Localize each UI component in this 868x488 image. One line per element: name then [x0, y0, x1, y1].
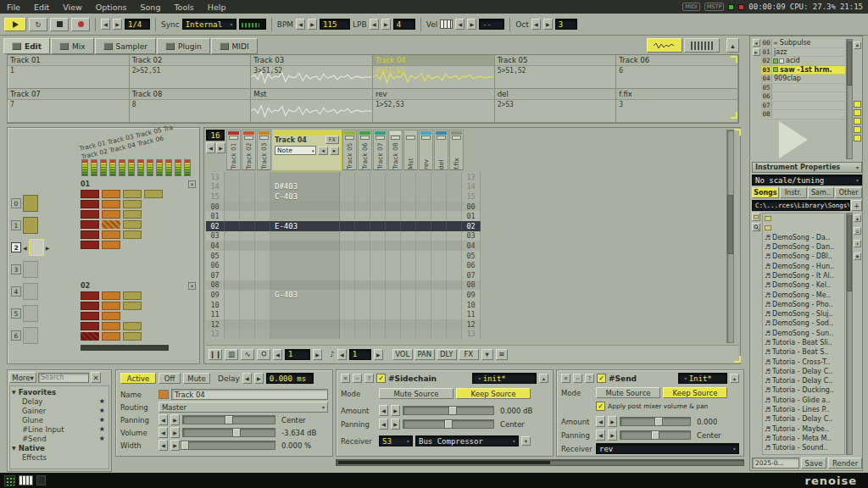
- matrix-block[interactable]: [123, 241, 142, 249]
- note-cell-track04[interactable]: [270, 280, 340, 291]
- pan-inc-button[interactable]: ▶: [608, 430, 617, 441]
- matrix-block[interactable]: [81, 210, 99, 219]
- instrument-prev-button[interactable]: ◂: [753, 39, 760, 47]
- pattern-cell[interactable]: [431, 330, 447, 340]
- pattern-cell[interactable]: [225, 330, 240, 340]
- pattern-cell[interactable]: [386, 172, 401, 182]
- pattern-row-10[interactable]: 1010: [206, 300, 481, 310]
- column-toggle-pan[interactable]: PAN: [415, 349, 435, 360]
- mute-source-button[interactable]: Mute Source: [596, 387, 660, 398]
- pattern-cell[interactable]: [401, 231, 416, 241]
- collapse-instrument-list-button[interactable]: ▴: [854, 42, 861, 49]
- track-mute-button[interactable]: [452, 136, 461, 140]
- pattern-cell[interactable]: [416, 330, 431, 340]
- pattern-cell[interactable]: [225, 202, 240, 212]
- clear-search-button[interactable]: ✕: [91, 372, 101, 383]
- pattern-cell[interactable]: [370, 241, 386, 251]
- matrix-block[interactable]: [102, 241, 120, 249]
- home-icon-button[interactable]: ⌂: [854, 227, 861, 235]
- pattern-cell[interactable]: [401, 251, 416, 261]
- pattern-cell[interactable]: [386, 300, 401, 310]
- path-select[interactable]: C:\...rces\Library\Songs\▾: [752, 200, 850, 211]
- track-mute-button[interactable]: [345, 136, 354, 140]
- pattern-cell[interactable]: [255, 330, 270, 340]
- routing-select[interactable]: Master▾: [159, 402, 328, 413]
- column-add-button[interactable]: ▸: [330, 147, 339, 155]
- menu-item-song[interactable]: Song: [134, 0, 168, 14]
- track-header-f-fix[interactable]: f.fix: [449, 130, 464, 170]
- pattern-cell[interactable]: [240, 172, 255, 182]
- matrix-block[interactable]: [81, 322, 99, 330]
- instrument-row-06[interactable]: 06: [761, 92, 845, 102]
- pattern-cell[interactable]: [225, 251, 240, 261]
- pattern-cell[interactable]: [225, 319, 240, 330]
- pause-follow-button[interactable]: ❙❙: [209, 349, 222, 360]
- pattern-cell[interactable]: [340, 319, 355, 330]
- menu-item-edit[interactable]: Edit: [27, 0, 56, 14]
- note-cell-track04[interactable]: [270, 251, 340, 261]
- filename-input[interactable]: 2025-0...: [752, 458, 799, 469]
- pattern-cell[interactable]: [255, 221, 270, 231]
- pattern-next-button[interactable]: ▶: [216, 142, 225, 153]
- pattern-cell[interactable]: [386, 211, 401, 221]
- pattern-cell[interactable]: [416, 202, 431, 212]
- file-row[interactable]: ♬DemoSong - Pho..: [763, 300, 844, 309]
- keep-source-button[interactable]: Keep Source: [456, 388, 531, 399]
- zoom-dec-button[interactable]: ◀: [273, 349, 282, 360]
- pad-grid-icon[interactable]: [4, 475, 15, 486]
- pattern-cell[interactable]: [340, 251, 355, 261]
- pattern-cell[interactable]: [340, 270, 355, 280]
- pattern-cell[interactable]: [401, 260, 416, 270]
- pattern-cell[interactable]: [225, 300, 240, 310]
- track-scope-mst[interactable]: Mst: [251, 89, 373, 123]
- pattern-row-01[interactable]: 0101: [206, 211, 481, 221]
- sequence-number[interactable]: 3: [11, 264, 21, 274]
- pattern-cell[interactable]: [386, 330, 401, 340]
- pattern-cell[interactable]: [416, 300, 431, 310]
- pattern-cell[interactable]: [240, 191, 255, 202]
- pattern-cell[interactable]: [370, 309, 386, 319]
- menu-item-options[interactable]: Options: [89, 0, 134, 14]
- pattern-cell[interactable]: [386, 251, 401, 261]
- pattern-cell[interactable]: [401, 300, 416, 310]
- pattern-cell[interactable]: [447, 280, 462, 291]
- pattern-cell[interactable]: [431, 280, 447, 291]
- step-inc-button[interactable]: ▶: [374, 349, 383, 360]
- pattern-cell[interactable]: [386, 260, 401, 270]
- keyboard-velocity-icon[interactable]: [440, 19, 453, 29]
- oct-inc-button[interactable]: ▶: [543, 19, 553, 30]
- pattern-cell[interactable]: [370, 182, 386, 192]
- bpm-value[interactable]: 115: [320, 19, 350, 30]
- pattern-cell[interactable]: [447, 211, 462, 221]
- pattern-cell[interactable]: [355, 202, 370, 212]
- file-row[interactable]: ♬DemoSong - Dan..: [763, 242, 844, 252]
- pattern-cell[interactable]: [416, 280, 431, 291]
- matrix-block[interactable]: [81, 190, 99, 198]
- pattern-cell[interactable]: [355, 319, 370, 330]
- pattern-prev-button[interactable]: ◀: [206, 142, 215, 153]
- pattern-cell[interactable]: [386, 270, 401, 280]
- vol-dec-button[interactable]: ◀: [159, 427, 168, 438]
- pattern-cell[interactable]: [416, 221, 431, 231]
- pattern-cell[interactable]: [401, 182, 416, 192]
- browser-tab-instr[interactable]: Instr.: [780, 187, 807, 198]
- pattern-cell[interactable]: [447, 260, 462, 270]
- track-name-input[interactable]: Track 04: [171, 389, 328, 400]
- file-row[interactable]: ♬DemoSong - It Al..: [763, 271, 844, 280]
- resize-corner-icon[interactable]: [734, 129, 741, 136]
- pattern-cell[interactable]: [255, 260, 270, 270]
- pattern-cell[interactable]: [416, 290, 431, 300]
- slider-thumb[interactable]: [654, 417, 663, 426]
- pattern-cell[interactable]: [431, 172, 447, 182]
- favorite-star-icon[interactable]: ★: [99, 416, 107, 424]
- pattern-cell[interactable]: [355, 221, 370, 231]
- delay-dec-button[interactable]: ◀: [242, 373, 252, 384]
- matrix-block[interactable]: [123, 312, 142, 320]
- file-row[interactable]: ♬DemoSong - Sluj..: [763, 309, 844, 319]
- pattern-cell[interactable]: [386, 280, 401, 291]
- sequence-number[interactable]: 4: [11, 286, 21, 297]
- pattern-cell[interactable]: [355, 182, 370, 192]
- device-minimize-button[interactable]: −: [353, 374, 362, 383]
- star-icon-button[interactable]: ★: [854, 252, 861, 260]
- pattern-cell[interactable]: [386, 231, 401, 241]
